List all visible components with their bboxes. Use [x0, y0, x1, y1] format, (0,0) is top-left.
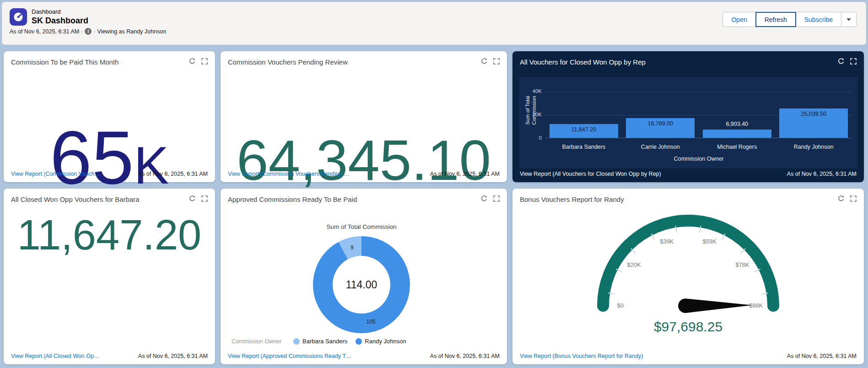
expand-icon[interactable] — [493, 58, 500, 65]
refresh-icon[interactable] — [481, 58, 487, 65]
donut-legend-items: Barbara SandersRandy Johnson — [293, 338, 406, 345]
chevron-down-icon — [846, 18, 851, 21]
expand-icon[interactable] — [201, 195, 208, 202]
view-report-link[interactable]: View Report (Commission Vouch… — [11, 171, 100, 177]
more-actions-dropdown[interactable] — [841, 12, 857, 27]
y-tick-label: 0 — [539, 135, 542, 141]
gauge-minor-tick — [741, 249, 746, 254]
expand-icon[interactable] — [201, 58, 208, 65]
bar-chart: Sum of Total Commission 020K40K11,647.20… — [519, 77, 857, 168]
refresh-icon[interactable] — [481, 195, 487, 202]
legend-dot — [356, 338, 362, 345]
bar-Michael Rogers[interactable] — [703, 130, 771, 138]
refresh-icon[interactable] — [189, 58, 195, 65]
refresh-button[interactable]: Refresh — [755, 12, 796, 27]
donut-center-value: 114.00 — [333, 256, 390, 314]
legend-item-Barbara Sanders[interactable]: Barbara Sanders — [293, 338, 347, 345]
view-report-link[interactable]: View Report (Bonus Vouchers Report for R… — [520, 353, 643, 359]
card-vouchers-by-rep-chart: All Vouchers for Closed Won Opp by Rep S… — [512, 51, 864, 182]
gauge-tick-label: $0 — [617, 302, 624, 309]
view-report-link[interactable]: View Report (Approved Commissions Ready … — [228, 353, 351, 359]
legend-dot — [293, 338, 300, 345]
refresh-icon[interactable] — [189, 195, 195, 202]
card-title: Commission Vouchers Pending Review — [228, 58, 348, 66]
gauge-tick-label: $98K — [749, 302, 763, 309]
view-report-link[interactable]: View Report (All Vouchers for Closed Won… — [520, 171, 661, 177]
dashboard-logo-icon — [10, 8, 27, 26]
info-icon[interactable]: i — [85, 28, 92, 35]
card-title: All Closed Won Opp Vouchers for Barbara — [11, 195, 140, 203]
viewing-as-label: Viewing as Randy Johnson — [97, 28, 167, 35]
donut-legend: Commission Owner Barbara SandersRandy Jo… — [232, 338, 500, 345]
y-tick-label: 20K — [533, 112, 542, 117]
x-category-label: Michael Rogers — [699, 144, 776, 150]
slice-label-Barbara Sanders: 9 — [350, 244, 354, 251]
header-actions: Open Refresh Subscribe — [722, 12, 857, 27]
x-category-label: Barbara Sanders — [545, 144, 622, 150]
card-closed-won-barbara: All Closed Won Opp Vouchers for Barbara … — [4, 189, 215, 364]
slice-label-Randy Johnson: 105 — [367, 319, 376, 325]
card-title: Approved Commissions Ready To Be Paid — [228, 195, 357, 203]
card-title: Commission To be Paid This Month — [11, 58, 119, 66]
as-of-timestamp: As of Nov 6, 2025, 6:31 AM — [430, 353, 500, 359]
as-of-timestamp: As of Nov 6, 2025, 6:31 AM — [138, 171, 208, 177]
legend-title: Commission Owner — [232, 338, 281, 345]
gauge-needle — [678, 298, 752, 313]
gauge-tick-label: $39K — [660, 238, 674, 245]
metric-value: 64,345.10 — [221, 131, 507, 189]
gauge-minor-tick — [631, 249, 636, 254]
dashboard-header: Dashboard SK Dashboard As of Nov 6, 2025… — [2, 2, 866, 45]
bar-value-label: 6,903.40 — [699, 121, 776, 127]
as-of-timestamp: As of Nov 6, 2025, 6:31 AM — [138, 353, 208, 359]
gauge-tick-label: $78K — [735, 261, 749, 268]
bar-plot-area: 020K40K11,647.2016,789.006,903.4025,039.… — [545, 81, 852, 138]
expand-icon[interactable] — [493, 195, 500, 202]
gauge-tick-label: $20K — [627, 261, 641, 268]
card-approved-commissions-donut: Approved Commissions Ready To Be Paid Su… — [221, 189, 507, 364]
as-of-timestamp: As of Nov 6, 2025, 6:31 AM — [787, 353, 857, 359]
open-button[interactable]: Open — [722, 12, 755, 27]
legend-item-Randy Johnson[interactable]: Randy Johnson — [356, 338, 406, 345]
subscribe-button[interactable]: Subscribe — [796, 12, 841, 27]
x-axis-labels: Barbara SandersCarrie JohnsonMichael Rog… — [545, 144, 852, 150]
bar-value-label: 11,647.20 — [545, 126, 622, 133]
chart-title: Sum of Total Commission — [313, 223, 410, 230]
bar-value-label: 25,039.50 — [776, 111, 852, 117]
gauge-chart: $0$20K$39K$59K$78K$98K — [512, 189, 864, 340]
object-type-label: Dashboard — [32, 8, 88, 15]
expand-icon[interactable] — [850, 58, 857, 65]
as-of-timestamp: As of Nov 6, 2025, 6:31 AM — [787, 171, 857, 177]
card-title: All Vouchers for Closed Won Opp by Rep — [520, 58, 646, 66]
card-bonus-vouchers-gauge: Bonus Vouchers Report for Randy $0$20K$3… — [512, 189, 864, 364]
y-tick-label: 40K — [533, 88, 542, 94]
gauge-value-label: $97,698.25 — [512, 319, 864, 335]
view-report-link[interactable]: View Report (Commission Vouchers Pending… — [228, 171, 349, 177]
view-report-link[interactable]: View Report (All Closed Won Op… — [11, 353, 99, 359]
as-of-timestamp: As of Nov 6, 2025, 6:31 AM — [430, 171, 500, 177]
bar-value-label: 16,789.00 — [622, 120, 699, 127]
header-as-of-line: As of Nov 6, 2025, 6:31 AM · i · Viewing… — [10, 28, 166, 35]
as-of-timestamp: As of Nov 6, 2025, 6:31 AM — [10, 28, 79, 35]
gauge-tick-label: $59K — [702, 238, 717, 245]
x-category-label: Randy Johnson — [776, 144, 852, 150]
refresh-icon[interactable] — [838, 58, 844, 65]
metric-value: 11,647.20 — [4, 214, 215, 256]
x-category-label: Carrie Johnson — [622, 144, 699, 150]
card-vouchers-pending-review: Commission Vouchers Pending Review 64,34… — [221, 51, 507, 182]
metric-value: 65K — [4, 120, 215, 195]
card-commission-to-be-paid: Commission To be Paid This Month 65K Vie… — [4, 51, 215, 182]
donut-chart[interactable]: 114.00 1059 — [313, 236, 410, 333]
x-axis-title: Commission Owner — [545, 156, 852, 162]
page-title: SK Dashboard — [32, 16, 88, 26]
